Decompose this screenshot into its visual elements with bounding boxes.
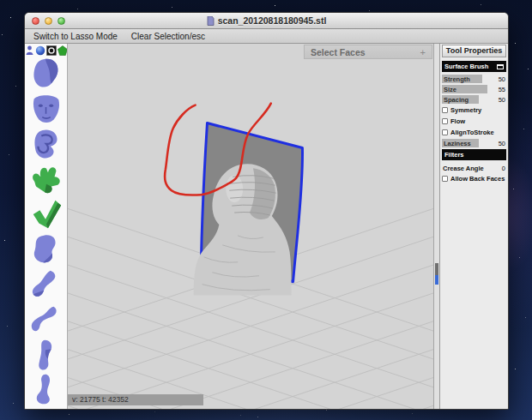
sphere-icon[interactable] <box>35 45 45 56</box>
spacing-slider[interactable]: Spacing 50 <box>442 95 506 104</box>
model-thumbnail-head[interactable] <box>28 57 64 91</box>
dropdown-expander-icon: + <box>420 47 426 57</box>
thumbnail-list <box>28 57 64 407</box>
allow-back-faces-label: Allow Back Faces <box>450 175 505 183</box>
polygon-icon[interactable] <box>57 45 68 56</box>
model-thumbnail-leg[interactable] <box>28 338 64 372</box>
model-thumbnail-face[interactable] <box>28 92 64 126</box>
crease-angle-label: Crease Angle <box>443 165 484 172</box>
popout-icon[interactable] <box>497 64 504 69</box>
model-thumbnail-ear[interactable] <box>28 127 64 161</box>
toolbar: Switch to Lasso Mode Clear Selection/esc <box>25 29 508 44</box>
strength-value: 50 <box>499 75 506 83</box>
mesh-stats-bar: v: 21775 t: 42352 <box>68 394 203 405</box>
allow-back-faces-row[interactable]: Allow Back Faces <box>442 175 506 183</box>
person-icon[interactable] <box>25 45 34 56</box>
tool-properties-header[interactable]: Tool Properties <box>442 45 506 57</box>
strength-label: Strength <box>442 75 470 83</box>
surface-brush-title: Surface Brush <box>444 63 488 70</box>
mesh-stats-text: v: 21775 t: 42352 <box>72 395 129 404</box>
tool-properties-panel: Tool Properties Surface Brush Strength 5… <box>439 44 508 409</box>
window-title: scan_20120818180945.stl <box>218 15 327 26</box>
size-slider[interactable]: Size 55 <box>442 85 506 93</box>
traffic-lights <box>32 17 65 25</box>
desktop-background: scan_20120818180945.stl Switch to Lasso … <box>0 0 532 420</box>
model-thumbnail-foot[interactable] <box>28 373 64 407</box>
spacing-value: 50 <box>499 96 506 104</box>
aligntostroke-checkbox-row[interactable]: AlignToStroke <box>442 129 506 137</box>
window-title-area: scan_20120818180945.stl <box>207 15 327 26</box>
zoom-button[interactable] <box>57 17 65 25</box>
model-thumbnail-torso[interactable] <box>28 232 64 267</box>
close-button[interactable] <box>32 17 39 25</box>
model-thumbnail-limb[interactable] <box>28 267 64 302</box>
document-icon <box>207 16 215 26</box>
aligntostroke-label: AlignToStroke <box>450 129 494 136</box>
flow-checkbox[interactable] <box>442 118 448 124</box>
symmetry-checkbox[interactable] <box>442 107 448 113</box>
symmetry-label: Symmetry <box>450 106 481 114</box>
main-content: Select Faces + v: 21775 t: 42352 Tool Pr… <box>25 44 508 409</box>
viewport-3d[interactable]: Select Faces + v: 21775 t: 42352 <box>68 44 433 409</box>
laziness-slider[interactable]: Laziness 50 <box>442 139 506 147</box>
model-thumbnail-check[interactable] <box>28 197 64 231</box>
clear-selection-button[interactable]: Clear Selection/esc <box>131 32 205 41</box>
laziness-label: Laziness <box>442 140 471 147</box>
stars-decoration <box>0 0 1 1</box>
filters-title: Filters <box>444 151 464 159</box>
size-label: Size <box>442 86 456 93</box>
flow-label: Flow <box>450 117 465 125</box>
model-thumbnail-hand[interactable] <box>28 162 64 196</box>
app-window: scan_20120818180945.stl Switch to Lasso … <box>24 12 509 410</box>
viewport-scrollbar[interactable] <box>433 44 439 409</box>
symmetry-checkbox-row[interactable]: Symmetry <box>442 106 506 115</box>
scrollbar-thumb[interactable] <box>435 263 438 275</box>
strength-slider[interactable]: Strength 50 <box>442 75 506 83</box>
material-icon[interactable] <box>46 45 57 56</box>
filters-section-header[interactable]: Filters <box>442 149 506 160</box>
minimize-button[interactable] <box>45 17 52 25</box>
surface-brush-section-header[interactable]: Surface Brush <box>442 61 506 72</box>
laziness-value: 50 <box>499 140 506 147</box>
selection-mode-dropdown[interactable]: Select Faces + <box>304 45 432 59</box>
scene-canvas <box>68 44 433 409</box>
flow-checkbox-row[interactable]: Flow <box>442 117 506 126</box>
allow-back-faces-checkbox[interactable] <box>442 176 448 182</box>
crease-angle-row[interactable]: Crease Angle 0 <box>442 164 506 173</box>
spacing-label: Spacing <box>442 96 469 104</box>
selection-mode-label: Select Faces <box>311 47 366 57</box>
scrollbar-thumb-accent[interactable] <box>435 275 438 285</box>
aligntostroke-checkbox[interactable] <box>442 129 448 135</box>
sidebar-icon-row <box>25 44 68 57</box>
title-bar[interactable]: scan_20120818180945.stl <box>25 13 508 29</box>
model-sidebar <box>25 44 68 409</box>
crease-angle-value: 0 <box>502 165 505 172</box>
model-thumbnail-limb2[interactable] <box>28 303 64 337</box>
size-value: 55 <box>499 86 506 93</box>
switch-lasso-mode-button[interactable]: Switch to Lasso Mode <box>33 32 118 41</box>
